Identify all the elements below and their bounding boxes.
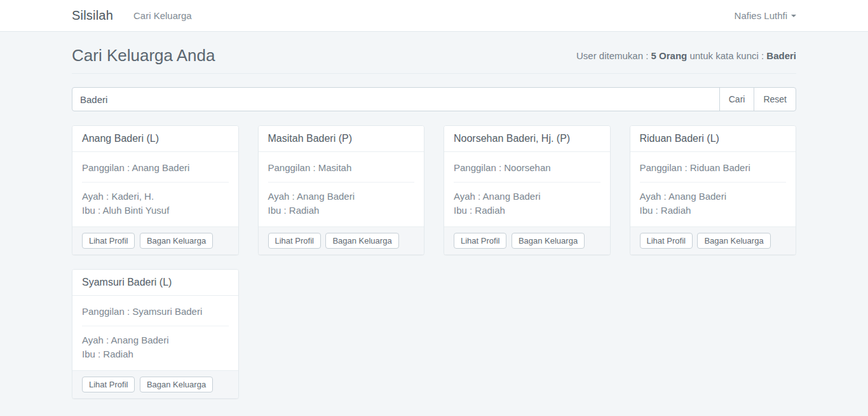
person-card-body: Panggilan : Noorsehan Ayah : Anang Bader… bbox=[444, 152, 610, 226]
person-card-body: Panggilan : Masitah Ayah : Anang Baderi … bbox=[259, 152, 424, 226]
person-card-title: Anang Baderi (L) bbox=[72, 126, 238, 152]
lihat-profil-button[interactable]: Lihat Profil bbox=[82, 377, 135, 392]
person-card-body: Panggilan : Anang Baderi Ayah : Kaderi, … bbox=[72, 152, 238, 226]
card-divider bbox=[82, 182, 229, 183]
summary-count: 5 Orang bbox=[651, 50, 688, 61]
lihat-profil-button[interactable]: Lihat Profil bbox=[640, 233, 693, 249]
person-mother: Ibu : Radiah bbox=[268, 204, 415, 218]
user-menu-dropdown[interactable]: Nafies Luthfi bbox=[735, 10, 796, 21]
person-father: Ayah : Kaderi, H. bbox=[82, 190, 229, 204]
main-content: Cari Keluarga Anda User ditemukan : 5 Or… bbox=[62, 46, 806, 416]
cari-button[interactable]: Cari bbox=[719, 87, 755, 111]
bagan-keluarga-button[interactable]: Bagan Keluarga bbox=[140, 233, 213, 249]
user-name: Nafies Luthfi bbox=[735, 10, 787, 21]
lihat-profil-button[interactable]: Lihat Profil bbox=[454, 233, 506, 249]
person-card-footer: Lihat Profil Bagan Keluarga bbox=[72, 370, 238, 398]
summary-prefix: User ditemukan : bbox=[576, 50, 651, 61]
person-card-footer: Lihat Profil Bagan Keluarga bbox=[259, 226, 424, 254]
summary-keyword: Baderi bbox=[766, 50, 796, 61]
person-card-footer: Lihat Profil Bagan Keluarga bbox=[72, 226, 238, 254]
person-card-body: Panggilan : Riduan Baderi Ayah : Anang B… bbox=[630, 152, 796, 226]
person-nickname: Panggilan : Masitah bbox=[268, 161, 415, 175]
search-input-group: Cari Reset bbox=[72, 87, 796, 111]
page-title: Cari Keluarga Anda bbox=[72, 46, 215, 66]
person-mother: Ibu : Radiah bbox=[640, 204, 787, 218]
person-nickname: Panggilan : Riduan Baderi bbox=[640, 161, 787, 175]
person-nickname: Panggilan : Syamsuri Baderi bbox=[82, 305, 229, 319]
person-nickname: Panggilan : Anang Baderi bbox=[82, 161, 229, 175]
person-father: Ayah : Anang Baderi bbox=[268, 190, 415, 204]
search-input[interactable] bbox=[72, 87, 720, 111]
summary-middle: untuk kata kunci : bbox=[687, 50, 766, 61]
person-card-title: Syamsuri Baderi (L) bbox=[72, 270, 238, 296]
search-result-summary: User ditemukan : 5 Orang untuk kata kunc… bbox=[576, 50, 796, 61]
bagan-keluarga-button[interactable]: Bagan Keluarga bbox=[512, 233, 585, 249]
person-card-body: Panggilan : Syamsuri Baderi Ayah : Anang… bbox=[72, 296, 238, 370]
reset-button[interactable]: Reset bbox=[754, 87, 796, 111]
person-nickname: Panggilan : Noorsehan bbox=[454, 161, 600, 175]
person-card-footer: Lihat Profil Bagan Keluarga bbox=[630, 226, 796, 254]
person-father: Ayah : Anang Baderi bbox=[454, 190, 600, 204]
person-card: Anang Baderi (L) Panggilan : Anang Bader… bbox=[72, 125, 239, 255]
top-navbar: Silsilah Cari Keluarga Nafies Luthfi bbox=[0, 0, 868, 32]
bagan-keluarga-button[interactable]: Bagan Keluarga bbox=[140, 377, 213, 392]
search-results-grid: Anang Baderi (L) Panggilan : Anang Bader… bbox=[72, 125, 796, 416]
person-father: Ayah : Anang Baderi bbox=[640, 190, 787, 204]
person-card: Riduan Baderi (L) Panggilan : Riduan Bad… bbox=[630, 125, 797, 255]
bagan-keluarga-button[interactable]: Bagan Keluarga bbox=[697, 233, 770, 249]
person-father: Ayah : Anang Baderi bbox=[82, 333, 229, 347]
chevron-down-icon bbox=[791, 15, 796, 17]
lihat-profil-button[interactable]: Lihat Profil bbox=[82, 233, 135, 249]
lihat-profil-button[interactable]: Lihat Profil bbox=[268, 233, 321, 249]
person-card-footer: Lihat Profil Bagan Keluarga bbox=[444, 226, 610, 254]
person-mother: Ibu : Aluh Binti Yusuf bbox=[82, 204, 229, 218]
bagan-keluarga-button[interactable]: Bagan Keluarga bbox=[325, 233, 398, 249]
nav-item-cari-keluarga[interactable]: Cari Keluarga bbox=[133, 10, 192, 21]
person-card: Noorsehan Baderi, Hj. (P) Panggilan : No… bbox=[444, 125, 611, 255]
person-mother: Ibu : Radiah bbox=[82, 347, 229, 361]
page-header: Cari Keluarga Anda User ditemukan : 5 Or… bbox=[72, 46, 796, 74]
card-divider bbox=[268, 182, 415, 183]
person-card-title: Riduan Baderi (L) bbox=[630, 126, 796, 152]
person-card: Syamsuri Baderi (L) Panggilan : Syamsuri… bbox=[72, 269, 239, 399]
card-divider bbox=[82, 326, 229, 326]
app-brand[interactable]: Silsilah bbox=[72, 8, 113, 23]
card-divider bbox=[640, 182, 787, 183]
person-card-title: Masitah Baderi (P) bbox=[259, 126, 424, 152]
person-mother: Ibu : Radiah bbox=[454, 204, 600, 218]
person-card-title: Noorsehan Baderi, Hj. (P) bbox=[444, 126, 610, 152]
card-divider bbox=[454, 182, 600, 183]
person-card: Masitah Baderi (P) Panggilan : Masitah A… bbox=[258, 125, 425, 255]
